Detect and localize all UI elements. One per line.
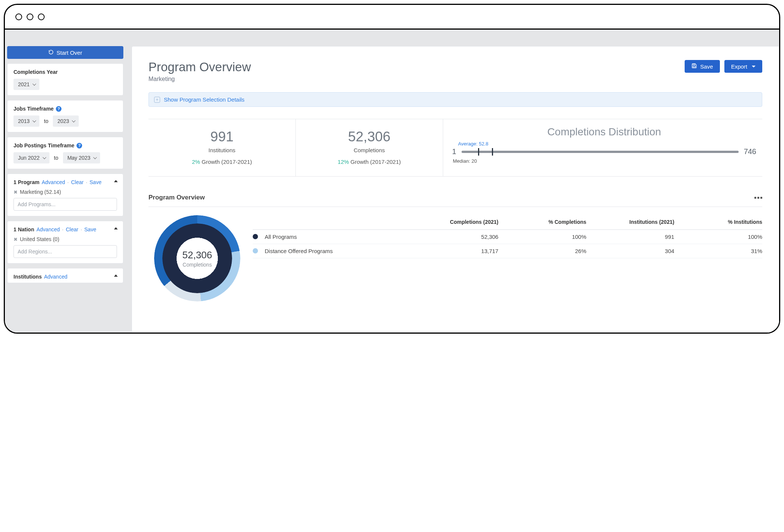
regions-clear-link[interactable]: Clear <box>66 226 78 232</box>
window-dot <box>38 13 45 20</box>
kpi-completions: 52,306 Completions 12% Growth (2017-2021… <box>296 119 443 176</box>
window-dot <box>27 13 33 20</box>
sidebar: Start Over Completions Year 2021 Jobs Ti… <box>7 46 123 333</box>
program-selection-banner[interactable]: + Show Program Selection Details <box>148 92 762 107</box>
browser-chrome <box>5 5 779 30</box>
jobs-to-value: 2023 <box>57 118 69 124</box>
kpi-growth: 2% Growth (2017-2021) <box>152 159 292 165</box>
panel-title: Completions Year <box>13 69 117 75</box>
separator: · <box>81 226 82 232</box>
distribution-tick <box>492 148 493 156</box>
postings-timeframe-title: Job Postings Timeframe <box>13 142 74 148</box>
svg-rect-1 <box>693 64 695 65</box>
save-icon <box>691 63 697 70</box>
device-frame: Start Over Completions Year 2021 Jobs Ti… <box>4 4 780 334</box>
row-completions: 52,306 <box>413 234 499 240</box>
start-over-button[interactable]: Start Over <box>7 46 123 59</box>
remove-chip-icon[interactable]: ✖ <box>13 237 18 242</box>
collapse-icon[interactable] <box>114 227 118 229</box>
panel-regions: 1 Nation Advanced · Clear · Save ✖ Unite… <box>7 221 123 264</box>
collapse-icon[interactable] <box>114 274 118 277</box>
program-chip: ✖ Marketing (52.14) <box>13 189 117 195</box>
export-label: Export <box>731 63 747 70</box>
collapse-icon[interactable] <box>114 180 118 182</box>
completions-year-select[interactable]: 2021 <box>13 79 39 90</box>
remove-chip-icon[interactable]: ✖ <box>13 189 18 195</box>
more-menu-icon[interactable] <box>754 197 762 199</box>
jobs-to-select[interactable]: 2023 <box>53 115 79 127</box>
institutions-advanced-link[interactable]: Advanced <box>44 274 67 280</box>
filter-head: 1 Program Advanced · Clear · Save <box>13 179 117 185</box>
window-dot <box>15 13 22 20</box>
programs-advanced-link[interactable]: Advanced <box>42 179 65 185</box>
donut-chart: 52,306 Completions <box>148 215 246 301</box>
row-pct-completions: 100% <box>501 234 586 240</box>
main-content: Program Overview Marketing Save <box>132 46 779 333</box>
completions-distribution: Completions Distribution Average: 52.8 1… <box>443 119 762 176</box>
programs-save-link[interactable]: Save <box>90 179 102 185</box>
distribution-title: Completions Distribution <box>452 126 756 138</box>
to-label: to <box>54 155 58 161</box>
export-button[interactable]: Export <box>724 60 762 73</box>
row-pct-institutions: 31% <box>676 248 762 254</box>
jobs-timeframe-title: Jobs Timeframe <box>13 106 54 112</box>
panel-jobs-timeframe: Jobs Timeframe ? 2013 to 2023 <box>7 100 123 132</box>
donut-center: 52,306 Completions <box>154 215 240 301</box>
panel-institutions: Institutions Advanced <box>7 268 123 283</box>
panel-title: Jobs Timeframe ? <box>13 106 117 112</box>
overview-table: Completions (2021) % Completions Institu… <box>253 215 762 301</box>
help-icon[interactable]: ? <box>56 106 61 112</box>
row-name: Distance Offered Programs <box>265 248 411 254</box>
col-completions: Completions (2021) <box>413 219 499 226</box>
postings-from-select[interactable]: Jun 2022 <box>13 152 49 163</box>
header-actions: Save Export <box>685 60 762 73</box>
postings-to-select[interactable]: May 2023 <box>63 152 100 163</box>
panel-completions-year: Completions Year 2021 <box>7 63 123 96</box>
distribution-bar: 1 746 <box>452 147 756 156</box>
distribution-tick <box>478 148 479 156</box>
legend-dot-icon <box>253 234 258 239</box>
col-institutions: Institutions (2021) <box>589 219 675 226</box>
postings-to-value: May 2023 <box>67 155 90 161</box>
row-institutions: 991 <box>589 234 675 240</box>
kpi-value: 991 <box>152 129 292 145</box>
filter-head: 1 Nation Advanced · Clear · Save <box>13 226 117 232</box>
start-over-label: Start Over <box>57 49 82 56</box>
panel-postings-timeframe: Job Postings Timeframe ? Jun 2022 to May… <box>7 137 123 169</box>
kpi-growth-pct: 12% <box>338 159 349 165</box>
kpi-growth-pct: 2% <box>192 159 200 165</box>
add-programs-input[interactable] <box>13 198 117 211</box>
distribution-track <box>462 151 739 153</box>
row-institutions: 304 <box>589 248 675 254</box>
add-regions-input[interactable] <box>13 245 117 258</box>
legend-dot-icon <box>253 248 258 253</box>
app-body: Start Over Completions Year 2021 Jobs Ti… <box>5 30 779 333</box>
save-button[interactable]: Save <box>685 60 720 73</box>
separator: · <box>62 226 64 232</box>
undo-icon <box>48 49 54 56</box>
kpi-label: Completions <box>300 147 439 153</box>
jobs-from-select[interactable]: 2013 <box>13 115 39 127</box>
col-pct-institutions: % Institutions <box>676 219 762 226</box>
postings-from-value: Jun 2022 <box>18 155 40 161</box>
expand-icon: + <box>154 97 160 103</box>
page-header: Program Overview Marketing Save <box>148 60 762 82</box>
regions-advanced-link[interactable]: Advanced <box>36 226 60 232</box>
institutions-title: Institutions <box>13 274 42 280</box>
panel-title: Job Postings Timeframe ? <box>13 142 117 148</box>
section-header: Program Overview <box>148 194 762 201</box>
row-completions: 13,717 <box>413 248 499 254</box>
filter-head: Institutions Advanced <box>13 274 117 280</box>
to-label: to <box>44 118 48 124</box>
regions-save-link[interactable]: Save <box>84 226 96 232</box>
row-pct-institutions: 100% <box>676 234 762 240</box>
divider <box>148 207 762 207</box>
help-icon[interactable]: ? <box>76 143 82 148</box>
regions-count: 1 Nation <box>13 226 34 232</box>
completions-year-value: 2021 <box>18 81 30 87</box>
kpi-growth-label: Growth (2017-2021) <box>202 159 252 165</box>
region-chip: ✖ United States (0) <box>13 236 117 242</box>
kpi-row: 991 Institutions 2% Growth (2017-2021) 5… <box>148 119 762 177</box>
separator: · <box>86 179 87 185</box>
programs-clear-link[interactable]: Clear <box>71 179 83 185</box>
